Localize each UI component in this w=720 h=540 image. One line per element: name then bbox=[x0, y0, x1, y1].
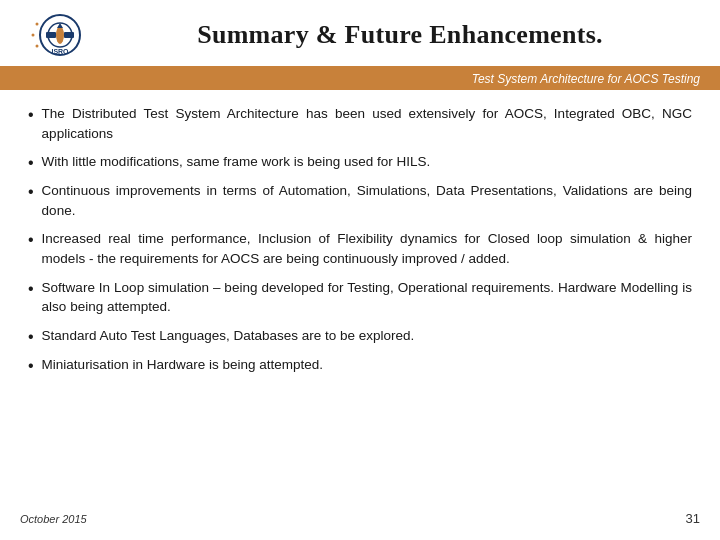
list-item-text: Continuous improvements in terms of Auto… bbox=[42, 181, 692, 220]
subtitle-bar: Test System Architecture for AOCS Testin… bbox=[0, 66, 720, 90]
bullet-icon: • bbox=[28, 356, 34, 375]
list-item: •Increased real time performance, Inclus… bbox=[28, 229, 692, 268]
main-title: Summary & Future Enhancements. bbox=[197, 20, 603, 49]
bullet-icon: • bbox=[28, 105, 34, 124]
list-item-text: Software In Loop simulation – being deve… bbox=[42, 278, 692, 317]
svg-point-8 bbox=[32, 34, 35, 37]
list-item: •With little modifications, same frame w… bbox=[28, 152, 692, 172]
svg-point-7 bbox=[36, 23, 39, 26]
title-area: Summary & Future Enhancements. bbox=[100, 20, 700, 50]
list-item-text: Increased real time performance, Inclusi… bbox=[42, 229, 692, 268]
list-item: •Continuous improvements in terms of Aut… bbox=[28, 181, 692, 220]
list-item-text: Miniaturisation in Hardware is being att… bbox=[42, 355, 692, 375]
footer-page: 31 bbox=[686, 511, 700, 526]
bullet-icon: • bbox=[28, 182, 34, 201]
list-item: •Standard Auto Test Languages, Databases… bbox=[28, 326, 692, 346]
svg-rect-5 bbox=[64, 32, 74, 38]
svg-text:ISRO: ISRO bbox=[51, 48, 69, 55]
list-item: •The Distributed Test System Architectur… bbox=[28, 104, 692, 143]
subtitle-text: Test System Architecture for AOCS Testin… bbox=[472, 72, 700, 86]
list-item: •Software In Loop simulation – being dev… bbox=[28, 278, 692, 317]
list-item-text: The Distributed Test System Architecture… bbox=[42, 104, 692, 143]
slide: ISRO Summary & Future Enhancements. Test… bbox=[0, 0, 720, 540]
content-area: •The Distributed Test System Architectur… bbox=[0, 90, 720, 394]
isro-logo: ISRO bbox=[25, 12, 95, 58]
list-item-text: With little modifications, same frame wo… bbox=[42, 152, 692, 172]
bullet-icon: • bbox=[28, 327, 34, 346]
bullet-icon: • bbox=[28, 153, 34, 172]
svg-rect-4 bbox=[46, 32, 56, 38]
footer-date: October 2015 bbox=[20, 513, 87, 525]
bullet-icon: • bbox=[28, 279, 34, 298]
svg-point-9 bbox=[36, 45, 39, 48]
list-item-text: Standard Auto Test Languages, Databases … bbox=[42, 326, 692, 346]
logo-area: ISRO bbox=[20, 10, 100, 60]
header: ISRO Summary & Future Enhancements. bbox=[0, 0, 720, 66]
bullet-icon: • bbox=[28, 230, 34, 249]
bullet-list: •The Distributed Test System Architectur… bbox=[28, 104, 692, 375]
list-item: •Miniaturisation in Hardware is being at… bbox=[28, 355, 692, 375]
footer: October 2015 31 bbox=[20, 511, 700, 526]
svg-point-2 bbox=[56, 26, 64, 44]
